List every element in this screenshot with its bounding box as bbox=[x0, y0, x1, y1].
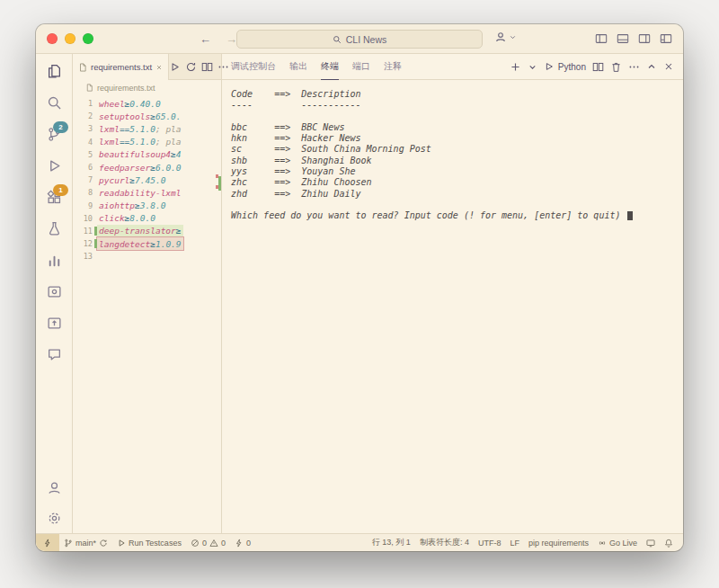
tab-output[interactable]: 输出 bbox=[289, 54, 307, 80]
editor-body[interactable]: 1wheel≥0.40.0 2setuptools≥65.0. 3lxml==5… bbox=[73, 95, 221, 533]
run-testcases-button[interactable]: Run Testcases bbox=[112, 539, 186, 548]
terminal-name: Python bbox=[558, 62, 586, 72]
pkg-version: 8.0.0 bbox=[129, 213, 155, 223]
toggle-secondary-sidebar-icon[interactable] bbox=[638, 32, 651, 45]
code-line[interactable]: 7pycurl≥7.45.0 bbox=[73, 174, 221, 186]
code-line[interactable]: 10click≥8.0.0 bbox=[73, 212, 221, 225]
ports-item[interactable]: 0 bbox=[230, 539, 255, 548]
chevron-down-icon[interactable] bbox=[528, 62, 537, 72]
tab-requirements-txt[interactable]: requirements.txt bbox=[73, 54, 169, 80]
notifications-bell-button[interactable] bbox=[660, 539, 678, 548]
settings-gear-button[interactable] bbox=[44, 508, 64, 528]
pkg-name: readability-lxml bbox=[99, 188, 182, 198]
sidebar-item-search[interactable] bbox=[44, 93, 64, 112]
line-number: 2 bbox=[73, 111, 97, 120]
zoom-window-button[interactable] bbox=[83, 33, 93, 44]
terminal-output[interactable]: Code ==> Description ---- ----------- bb… bbox=[222, 80, 683, 533]
panel-tabs: 调试控制台 输出 终端 端口 注释 Python bbox=[222, 54, 683, 80]
close-panel-icon[interactable] bbox=[663, 61, 674, 72]
split-terminal-icon[interactable] bbox=[592, 61, 604, 73]
panel-actions: Python bbox=[510, 61, 674, 73]
run-file-icon[interactable] bbox=[169, 61, 181, 73]
pkg-name: setuptools bbox=[99, 111, 150, 121]
overview-ruler[interactable] bbox=[216, 95, 221, 533]
terminal-instance[interactable]: Python bbox=[544, 61, 586, 72]
sidebar-item-source-control[interactable]: 2 bbox=[44, 124, 64, 144]
tab-terminal[interactable]: 终端 bbox=[321, 54, 339, 80]
branch-item[interactable]: main* bbox=[59, 539, 112, 548]
sidebar-item-run-debug[interactable] bbox=[44, 156, 64, 175]
command-center-search[interactable]: CLI News bbox=[236, 30, 483, 49]
cursor-position[interactable]: 行 13, 列 1 bbox=[368, 537, 415, 548]
pkg-name: lxml bbox=[99, 137, 120, 147]
titlebar: ← → CLI News bbox=[36, 24, 683, 54]
terminal-line: hkn ==> Hacker News bbox=[231, 133, 679, 144]
code-line-selected[interactable]: 11deep-translator≥ bbox=[73, 225, 221, 237]
code-line[interactable]: 1wheel≥0.40.0 bbox=[73, 97, 221, 110]
pkg-name: click bbox=[99, 213, 125, 223]
terminal-line bbox=[231, 111, 679, 122]
screen-cast-button[interactable] bbox=[642, 539, 660, 548]
account-button[interactable] bbox=[44, 477, 64, 497]
split-editor-icon[interactable] bbox=[201, 61, 213, 73]
encoding[interactable]: UTF-8 bbox=[474, 539, 506, 548]
code-line[interactable]: 2setuptools≥65.0. bbox=[73, 110, 221, 122]
vscode-window: ← → CLI News bbox=[36, 24, 683, 551]
more-actions-icon[interactable] bbox=[628, 61, 640, 73]
customize-layout-icon[interactable] bbox=[660, 32, 672, 45]
terminal-prompt-line[interactable]: Which feed do you want to read? Input co… bbox=[231, 210, 679, 221]
terminal-icon bbox=[544, 61, 555, 72]
minimize-window-button[interactable] bbox=[65, 33, 75, 44]
sidebar-item-comments[interactable] bbox=[44, 344, 64, 364]
eol-sequence[interactable]: LF bbox=[505, 539, 524, 548]
code-line-selected[interactable]: 12langdetect≥1.0.9 bbox=[73, 237, 221, 250]
tab-ports[interactable]: 端口 bbox=[352, 54, 370, 80]
encoding-label: UTF-8 bbox=[478, 539, 502, 548]
code-line[interactable]: 8readability-lxml bbox=[73, 186, 221, 199]
code-line[interactable]: 9aiohttp≥3.8.0 bbox=[73, 200, 221, 212]
close-window-button[interactable] bbox=[47, 33, 58, 44]
kill-terminal-icon[interactable] bbox=[610, 61, 622, 73]
sidebar-item-testing[interactable] bbox=[44, 218, 64, 238]
layout-controls bbox=[595, 32, 672, 45]
sidebar-item-publish[interactable] bbox=[44, 313, 64, 333]
file-icon bbox=[85, 84, 93, 92]
tab-size[interactable]: 制表符长度: 4 bbox=[415, 537, 474, 548]
tab-comments[interactable]: 注释 bbox=[384, 54, 402, 80]
line-number: 13 bbox=[73, 252, 97, 261]
code-line[interactable]: 13 bbox=[73, 250, 221, 263]
code-line[interactable]: 3lxml==5.1.0; pla bbox=[73, 122, 221, 135]
breadcrumb[interactable]: requirements.txt bbox=[73, 80, 221, 95]
toggle-sidebar-icon[interactable] bbox=[595, 32, 608, 45]
pkg-name: aiohttp bbox=[99, 200, 135, 210]
maximize-panel-icon[interactable] bbox=[646, 61, 657, 72]
pkg-rest: ; pla bbox=[155, 124, 182, 134]
code-line[interactable]: 5beautifulsoup4≥4 bbox=[73, 148, 221, 161]
line-number: 6 bbox=[73, 163, 97, 172]
terminal-line: sc ==> South China Morning Post bbox=[231, 144, 679, 155]
problems-item[interactable]: 0 0 bbox=[186, 539, 230, 548]
pkg-version: 1.0.9 bbox=[155, 239, 182, 249]
panel: 调试控制台 输出 终端 端口 注释 Python bbox=[222, 54, 683, 533]
tab-debug-console[interactable]: 调试控制台 bbox=[231, 54, 276, 80]
git-branch-icon bbox=[64, 539, 73, 548]
code-line[interactable]: 4lxml==5.1.0; pla bbox=[73, 136, 221, 148]
language-mode[interactable]: pip requirements bbox=[524, 539, 593, 548]
rerun-icon[interactable] bbox=[185, 61, 197, 73]
sidebar-item-charts[interactable] bbox=[44, 250, 64, 270]
toggle-panel-icon[interactable] bbox=[617, 32, 629, 45]
search-text: CLI News bbox=[346, 34, 387, 45]
sidebar-item-remote-explorer[interactable] bbox=[44, 281, 64, 301]
close-tab-icon[interactable] bbox=[155, 64, 163, 71]
sidebar-item-extensions[interactable]: 1 bbox=[44, 187, 64, 207]
line-number: 8 bbox=[73, 188, 97, 197]
line-number: 3 bbox=[73, 124, 97, 133]
profile-menu-button[interactable] bbox=[494, 31, 517, 43]
search-icon bbox=[333, 35, 342, 44]
back-button[interactable]: ← bbox=[200, 32, 211, 46]
code-line[interactable]: 6feedparser≥6.0.0 bbox=[73, 161, 221, 174]
sidebar-item-explorer[interactable] bbox=[44, 61, 64, 81]
go-live-button[interactable]: Go Live bbox=[593, 539, 642, 548]
new-terminal-icon[interactable] bbox=[510, 61, 521, 73]
remote-indicator[interactable] bbox=[36, 534, 59, 551]
